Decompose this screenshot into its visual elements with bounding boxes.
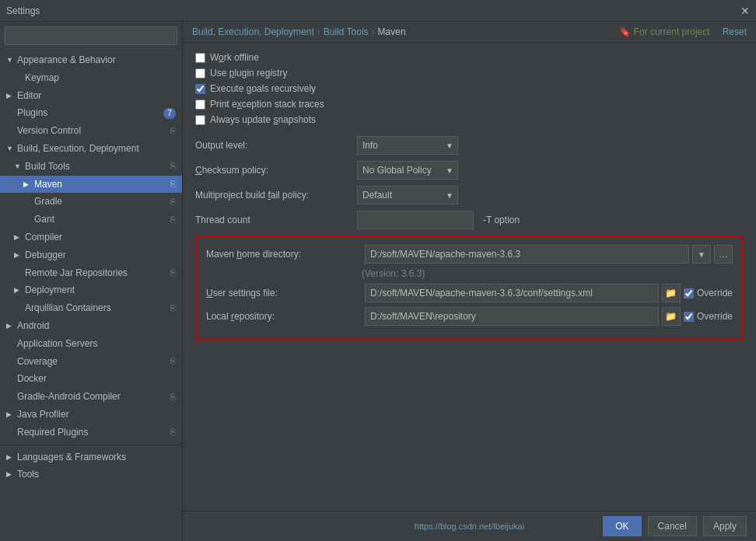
checksum-policy-select[interactable]: No Global Policy Strict Warn [357,161,458,180]
local-repo-override-checkbox[interactable] [684,312,694,322]
cancel-button[interactable]: Cancel [648,516,697,536]
execute-goals-checkbox[interactable] [195,84,205,94]
output-level-select[interactable]: Info Debug Quiet [357,136,458,155]
sidebar-item-label: Deployment [25,284,75,297]
sidebar-item-keymap[interactable]: Keymap [0,69,182,87]
search-input[interactable] [5,26,177,45]
sidebar-item-label: Gant [34,213,54,226]
breadcrumb-sep-1: › [317,26,320,37]
sidebar-item-editor[interactable]: ▶ Editor [0,87,182,105]
sidebar-item-label: Build, Execution, Deployment [17,142,139,155]
sidebar-item-gradle[interactable]: Gradle ⎘ [0,193,182,211]
work-offline-checkbox[interactable] [195,53,205,63]
maven-home-dropdown-button[interactable]: ▼ [692,245,711,264]
content-area: ▼ Appearance & Behavior Keymap ▶ Editor … [0,22,756,541]
print-exception-checkbox[interactable] [195,99,205,110]
main-content: Build, Execution, Deployment › Build Too… [183,22,756,541]
breadcrumb-build-tools[interactable]: Build Tools [324,26,369,37]
sidebar-item-label: Coverage [17,355,58,368]
local-repo-override-label[interactable]: Override [697,311,733,322]
for-project-text: 🔖 For current project [619,26,710,37]
local-repo-label: Local repository: [206,311,362,322]
maven-home-input[interactable] [365,245,689,264]
print-exception-label[interactable]: Print exception stack traces [210,99,324,110]
sidebar-item-app-servers[interactable]: Application Servers [0,335,182,353]
work-offline-label[interactable]: Work offline [210,52,259,63]
local-repo-input[interactable] [365,307,659,326]
print-exception-row: Print exception stack traces [195,99,744,110]
arrow-icon: ▼ [6,144,14,154]
sidebar-item-label: Languages & Frameworks [17,451,126,464]
sidebar-item-label: Version Control [17,124,81,138]
maven-version-text: (Version: 3.6.3) [362,268,733,279]
local-repo-row: Local repository: 📁 Override [206,307,733,326]
checksum-policy-label: Checksum policy: [195,165,351,176]
sidebar-item-maven[interactable]: ▶ Maven ⎘ [0,176,182,194]
sidebar-item-gradle-android[interactable]: Gradle-Android Compiler ⎘ [0,388,182,406]
share-icon: ⎘ [170,196,176,208]
sidebar-item-gant[interactable]: Gant ⎘ [0,211,182,229]
always-update-label[interactable]: Always update snapshots [210,114,316,125]
sidebar-item-build-exec-deploy[interactable]: ▼ Build, Execution, Deployment [0,140,182,158]
bottom-bar: https://blog.csdn.net/lbeijukai OK Cance… [183,511,756,541]
share-icon: ⎘ [170,426,176,438]
user-settings-override-checkbox[interactable] [684,288,694,298]
sidebar-item-coverage[interactable]: Coverage ⎘ [0,353,182,371]
execute-goals-label[interactable]: Execute goals recursively [210,83,316,94]
maven-paths-section: Maven home directory: ▼ … (Version: 3.6.… [195,236,744,340]
sidebar: ▼ Appearance & Behavior Keymap ▶ Editor … [0,22,183,541]
local-repo-browse-button[interactable]: 📁 [662,307,681,326]
reset-button[interactable]: Reset [723,26,747,37]
sidebar-item-remote-jar[interactable]: Remote Jar Repositories ⎘ [0,264,182,282]
sidebar-item-label: Android [17,319,49,333]
sidebar-item-tools[interactable]: ▶ Tools [0,466,182,483]
sidebar-item-label: Maven [34,178,62,191]
share-icon: ⎘ [170,355,176,367]
share-icon: ⎘ [170,391,176,403]
close-button[interactable]: ✕ [740,5,750,17]
sidebar-item-version-control[interactable]: Version Control ⎘ [0,122,182,140]
local-repo-override-wrapper: Override [684,311,733,322]
sidebar-item-arquillian[interactable]: Arquillian Containers ⎘ [0,299,182,317]
user-settings-override-wrapper: Override [684,288,733,298]
sidebar-item-android[interactable]: ▶ Android [0,317,182,335]
sidebar-item-java-profiler[interactable]: ▶ Java Profiler [0,406,182,424]
use-plugin-registry-checkbox[interactable] [195,68,205,79]
breadcrumb-build-exec[interactable]: Build, Execution, Deployment [192,26,314,37]
multiproject-policy-select[interactable]: Default At End Never Fast [357,186,458,204]
sidebar-item-debugger[interactable]: ▶ Debugger [0,246,182,264]
arrow-icon: ▼ [6,55,14,65]
multiproject-policy-row: Multiproject build fail policy: Default … [195,186,744,204]
sidebar-item-label: Required Plugins [17,426,88,439]
user-settings-input[interactable] [365,284,659,302]
share-icon: ⎘ [170,160,176,172]
ok-button[interactable]: OK [603,516,641,536]
sidebar-item-label: Application Servers [17,337,97,351]
use-plugin-registry-label[interactable]: Use plugin registry [210,68,287,79]
for-project-label: For current project [634,26,710,37]
user-settings-override-label[interactable]: Override [697,288,733,298]
thread-count-input[interactable] [357,211,474,229]
sidebar-item-docker[interactable]: Docker [0,370,182,388]
share-icon: ⎘ [170,267,176,278]
sidebar-item-label: Debugger [25,249,66,262]
sidebar-item-build-tools[interactable]: ▼ Build Tools ⎘ [0,158,182,176]
url-text: https://blog.csdn.net/lbeijukai [415,522,524,531]
always-update-checkbox[interactable] [195,115,205,125]
sidebar-item-label: Remote Jar Repositories [25,267,128,280]
sidebar-item-required-plugins[interactable]: Required Plugins ⎘ [0,424,182,442]
arrow-icon: ▶ [6,91,14,101]
sidebar-item-languages-frameworks[interactable]: ▶ Languages & Frameworks [0,449,182,466]
maven-home-browse-button[interactable]: … [714,245,733,264]
apply-button[interactable]: Apply [703,516,747,536]
output-level-select-wrapper: Info Debug Quiet ▼ [357,136,458,155]
sidebar-item-plugins[interactable]: Plugins 7 [0,104,182,122]
output-level-label: Output level: [195,140,351,151]
user-settings-browse-button[interactable]: 📁 [662,284,681,302]
breadcrumb-sep-2: › [372,26,375,37]
sidebar-item-deployment[interactable]: ▶ Deployment [0,281,182,299]
arrow-icon: ▶ [6,410,14,420]
sidebar-item-compiler[interactable]: ▶ Compiler [0,229,182,246]
sidebar-item-appearance-behavior[interactable]: ▼ Appearance & Behavior [0,51,182,69]
share-icon: ⎘ [170,302,176,314]
